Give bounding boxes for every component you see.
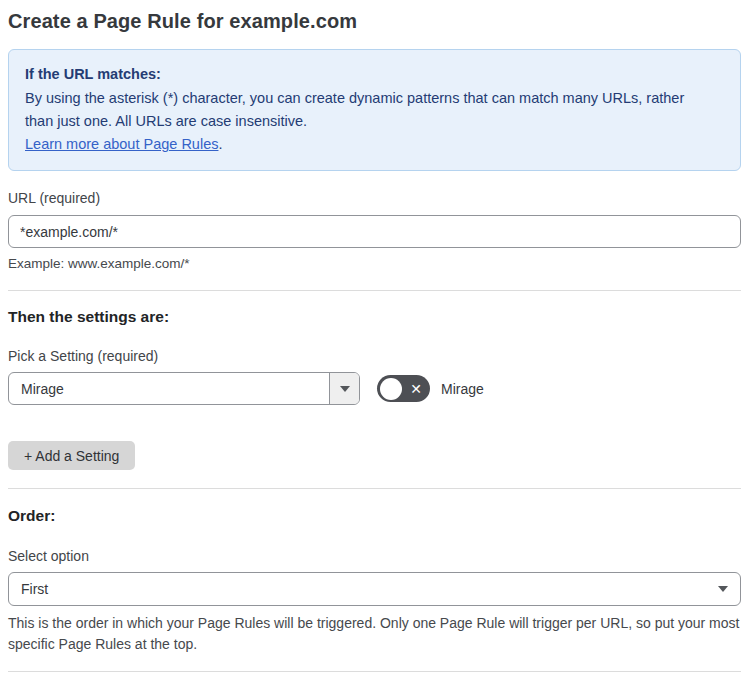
page-title: Create a Page Rule for example.com bbox=[8, 10, 741, 33]
url-match-info-box: If the URL matches: By using the asteris… bbox=[8, 49, 741, 171]
chevron-down-icon bbox=[340, 386, 350, 392]
url-input[interactable] bbox=[8, 215, 741, 248]
order-select-value: First bbox=[21, 581, 718, 597]
create-page-rule-form: Create a Page Rule for example.com If th… bbox=[0, 0, 750, 684]
toggle-label: Mirage bbox=[441, 381, 484, 397]
divider-3 bbox=[8, 671, 741, 672]
info-box-link-line: Learn more about Page Rules. bbox=[25, 133, 724, 156]
url-field-label: URL (required) bbox=[8, 190, 741, 206]
info-box-body: By using the asterisk (*) character, you… bbox=[25, 87, 695, 133]
order-helper-text: This is the order in which your Page Rul… bbox=[8, 613, 741, 655]
divider-2 bbox=[8, 488, 741, 489]
setting-select-caret-button[interactable] bbox=[329, 373, 359, 404]
setting-select-value: Mirage bbox=[9, 373, 329, 404]
info-box-heading: If the URL matches: bbox=[25, 63, 724, 86]
order-section-heading: Order: bbox=[8, 507, 741, 525]
order-select[interactable]: First bbox=[8, 572, 741, 606]
mirage-toggle[interactable]: ✕ bbox=[377, 375, 430, 402]
add-setting-button[interactable]: + Add a Setting bbox=[8, 441, 135, 470]
pick-setting-label: Pick a Setting (required) bbox=[8, 348, 741, 364]
divider-1 bbox=[8, 290, 741, 291]
learn-more-link[interactable]: Learn more about Page Rules bbox=[25, 136, 218, 152]
toggle-off-x-icon: ✕ bbox=[410, 382, 422, 396]
chevron-down-icon bbox=[718, 586, 728, 592]
settings-section-heading: Then the settings are: bbox=[8, 308, 741, 326]
link-suffix: . bbox=[218, 136, 222, 152]
setting-select[interactable]: Mirage bbox=[8, 372, 360, 405]
select-option-label: Select option bbox=[8, 548, 741, 564]
setting-picker-row: Mirage ✕ Mirage bbox=[8, 372, 741, 405]
url-example-helper: Example: www.example.com/* bbox=[8, 256, 741, 271]
toggle-knob bbox=[380, 378, 402, 400]
